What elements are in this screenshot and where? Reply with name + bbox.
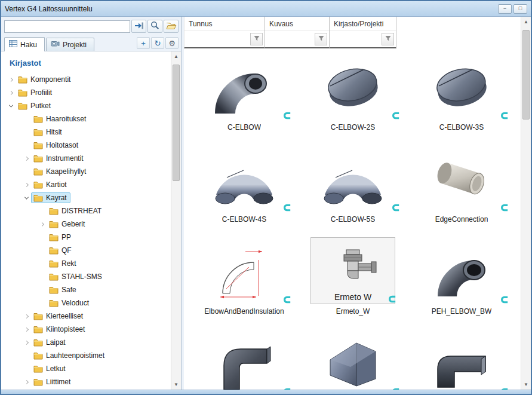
tree-node[interactable]: Kierteelliset	[31, 311, 87, 321]
catalog-item-elbowandbendinsulation[interactable]: ElbowAndBendInsulation	[190, 237, 299, 329]
catalog-item[interactable]	[407, 329, 516, 390]
filter-funnel-button[interactable]	[250, 33, 263, 45]
chevron-down-icon[interactable]	[21, 197, 31, 200]
column-header-tunnus[interactable]: Tunnus	[184, 17, 265, 48]
catalog-item[interactable]	[299, 329, 407, 390]
tree-node[interactable]: Haaroitukset	[31, 114, 90, 124]
tree-node[interactable]: STAHL-SMS	[47, 271, 106, 282]
tree-item-putket[interactable]: Putket	[5, 99, 171, 112]
chevron-down-icon[interactable]	[6, 105, 16, 108]
tree-node[interactable]: Letkut	[31, 363, 69, 374]
chevron-right-icon[interactable]	[21, 183, 31, 186]
tree-node[interactable]: Komponentit	[16, 74, 74, 85]
tree-node[interactable]: Geberit	[47, 219, 88, 229]
search-input[interactable]	[4, 20, 130, 33]
tab-haku[interactable]: Haku	[4, 37, 45, 51]
tree-item-pp[interactable]: PP	[5, 231, 171, 244]
search-button[interactable]	[147, 20, 162, 33]
tree-node[interactable]: Putket	[16, 100, 54, 111]
tree-item-profiilit[interactable]: Profiilit	[5, 86, 171, 99]
catalog-item-c-elbow[interactable]: C-ELBOW	[190, 53, 299, 145]
tree-node[interactable]: Safe	[47, 284, 80, 295]
catalog-item-c-elbow-2s[interactable]: C-ELBOW-2S	[299, 53, 407, 145]
open-folder-button[interactable]	[164, 20, 179, 33]
tree-node[interactable]: Instrumentit	[31, 153, 87, 164]
chevron-right-icon[interactable]	[6, 78, 16, 81]
chevron-right-icon[interactable]	[21, 381, 31, 384]
tree-node[interactable]: PP	[47, 232, 75, 243]
column-header-kirjasto-projekti[interactable]: Kirjasto/Projekti	[330, 17, 396, 48]
scroll-down-button[interactable]: ▼	[171, 379, 181, 390]
tree-node[interactable]: Hitsit	[31, 127, 66, 137]
tree-node[interactable]: Profiilit	[16, 87, 56, 98]
add-button[interactable]: +	[137, 37, 150, 49]
tree-item-kierteelliset[interactable]: Kierteelliset	[5, 310, 171, 323]
tree-item-lauhteenpoistimet[interactable]: Lauhteenpoistimet	[5, 349, 171, 362]
tree-node-selected[interactable]: Kayrat	[31, 192, 70, 203]
tree-item-kaapelihyllyt[interactable]: Kaapelihyllyt	[5, 165, 171, 178]
tree-scrollbar[interactable]: ▲ ▼	[171, 51, 181, 390]
catalog-item-peh-elbow-bw[interactable]: PEH_ELBOW_BW	[407, 237, 516, 329]
filter-funnel-button[interactable]	[315, 33, 327, 45]
tree-node[interactable]: Laipat	[31, 337, 69, 348]
settings-gear-button[interactable]: ⚙	[165, 37, 179, 49]
tree-item-hitsit[interactable]: Hitsit	[5, 125, 171, 139]
folder-icon	[49, 247, 59, 255]
tree-item-label: Geberit	[61, 220, 85, 228]
chevron-right-icon[interactable]	[21, 341, 31, 344]
tree-item-liittimet[interactable]: Liittimet	[5, 375, 171, 388]
tree-item-instrumentit[interactable]: Instrumentit	[5, 152, 171, 165]
tree-item-rekt[interactable]: Rekt	[5, 257, 171, 270]
scroll-thumb[interactable]	[173, 65, 180, 181]
catalog-item-edgeconnection[interactable]: EdgeConnection	[407, 145, 516, 237]
tree-node[interactable]: Kaapelihyllyt	[31, 166, 90, 177]
tree-item-geberit[interactable]: Geberit	[5, 218, 171, 231]
tree-item-qf[interactable]: QF	[5, 244, 171, 257]
tree-node[interactable]: Rekt	[47, 258, 80, 269]
tree-item-stahl-sms[interactable]: STAHL-SMS	[5, 270, 171, 283]
title-bar[interactable]: Vertex G4 Laitossuunnittelu − □	[1, 1, 531, 17]
catalog-item[interactable]	[190, 329, 299, 390]
tree-item-kartiot[interactable]: Kartiot	[5, 178, 171, 191]
tree-item-safe[interactable]: Safe	[5, 283, 171, 296]
scroll-up-button[interactable]: ▲	[171, 51, 181, 62]
refresh-button[interactable]: ↻	[151, 37, 164, 49]
catalog-item-c-elbow-4s[interactable]: C-ELBOW-4S	[190, 145, 299, 237]
results-scrollbar[interactable]: ▲ ▼	[521, 17, 531, 390]
tree-item-hoitotasot[interactable]: Hoitotasot	[5, 139, 171, 152]
filter-funnel-button[interactable]	[382, 33, 394, 45]
tree-item-kiintopisteet[interactable]: Kiintopisteet	[5, 323, 171, 336]
tree-node[interactable]: DISTRHEAT	[47, 206, 105, 216]
column-header-kuvaus[interactable]: Kuvaus	[265, 17, 330, 48]
catalog-item-c-elbow-5s[interactable]: C-ELBOW-5S	[299, 145, 407, 237]
tree-item-haaroitukset[interactable]: Haaroitukset	[5, 112, 171, 125]
chevron-right-icon[interactable]	[21, 315, 31, 318]
tree-node[interactable]: Liittimet	[31, 376, 74, 387]
tree-node[interactable]: Kiintopisteet	[31, 324, 88, 335]
tree-node[interactable]: Veloduct	[47, 298, 93, 308]
chevron-right-icon[interactable]	[21, 328, 31, 331]
scroll-down-button[interactable]: ▼	[521, 379, 531, 390]
chevron-right-icon[interactable]	[37, 223, 47, 226]
tree-item-laipat[interactable]: Laipat	[5, 336, 171, 349]
minimize-button[interactable]: −	[498, 4, 512, 14]
catalog-item-c-elbow-3s[interactable]: C-ELBOW-3S	[407, 53, 516, 145]
chevron-right-icon[interactable]	[6, 91, 16, 94]
scroll-thumb[interactable]	[522, 30, 530, 120]
tree-node[interactable]: Lauhteenpoistimet	[31, 350, 108, 361]
go-button[interactable]	[131, 20, 146, 33]
tree-item-kayrat[interactable]: Kayrat	[5, 191, 171, 204]
tree-item-veloduct[interactable]: Veloduct	[5, 296, 171, 310]
tree-item-distrheat[interactable]: DISTRHEAT	[5, 204, 171, 218]
chevron-right-icon[interactable]	[21, 157, 31, 160]
tree-item-komponentit[interactable]: Komponentit	[5, 73, 171, 86]
catalog-item-ermeto-w[interactable]: Ermeto W Ermeto_W	[299, 237, 407, 329]
tree-node[interactable]: Kartiot	[31, 179, 70, 190]
maximize-button[interactable]: □	[513, 4, 527, 14]
tab-projekti[interactable]: Projekti	[46, 38, 94, 51]
tree-item-letkut[interactable]: Letkut	[5, 362, 171, 375]
scroll-up-button[interactable]: ▲	[521, 17, 531, 27]
tree-item-label: PP	[61, 233, 71, 241]
tree-node[interactable]: QF	[47, 245, 75, 256]
tree-node[interactable]: Hoitotasot	[31, 140, 82, 151]
